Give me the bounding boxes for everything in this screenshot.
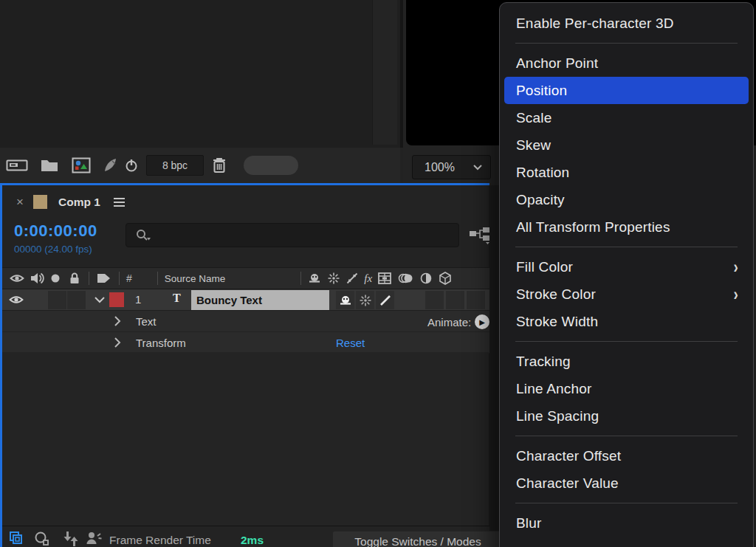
layer-name-field[interactable]: Bouncy Text: [191, 290, 329, 310]
menu-item-tracking[interactable]: Tracking: [500, 348, 753, 375]
column-divider: [89, 272, 89, 285]
column-divider: [300, 272, 301, 285]
column-number[interactable]: #: [126, 272, 132, 284]
trash-icon[interactable]: [211, 153, 227, 178]
after-effects-window: 8 bpc 100% × Comp 1 0:00:00:00: [0, 0, 756, 547]
layer-solo-box[interactable]: [67, 291, 86, 309]
effects-icon[interactable]: fx: [364, 272, 372, 285]
menu-separator: [515, 341, 738, 342]
menu-item-opacity[interactable]: Opacity: [500, 186, 753, 213]
menu-item-stroke-width[interactable]: Stroke Width: [500, 308, 753, 335]
frame-render-time-label: Frame Render Time: [109, 534, 211, 547]
panel-menu-icon[interactable]: [114, 198, 125, 207]
menu-item-skew[interactable]: Skew: [500, 131, 753, 159]
frame-blend-icon[interactable]: [377, 272, 392, 285]
column-divider: [119, 272, 120, 285]
layer-name: Bouncy Text: [196, 294, 262, 306]
layer-label-swatch[interactable]: [109, 292, 124, 307]
animate-context-menu: Enable Per-character 3D Anchor Point Pos…: [499, 2, 754, 547]
layer-quality-switch[interactable]: [376, 291, 394, 309]
menu-separator: [515, 436, 738, 436]
transform-property-row[interactable]: Transform Reset: [2, 332, 489, 354]
timeline-tab-label[interactable]: Comp 1: [58, 196, 100, 209]
layer-collapse-switch[interactable]: [356, 291, 374, 309]
menu-separator: [515, 503, 738, 503]
menu-item-position[interactable]: Position: [504, 77, 749, 104]
text-group-label[interactable]: Text: [136, 315, 157, 328]
menu-item-scale[interactable]: Scale: [500, 104, 753, 131]
menu-item-character-value[interactable]: Character Value: [500, 469, 753, 497]
eye-icon[interactable]: [10, 272, 24, 284]
layer-row[interactable]: 1 T Bouncy Text: [2, 289, 489, 311]
layer-switch-box[interactable]: [446, 291, 464, 309]
text-layer-icon: T: [173, 292, 181, 305]
interpret-footage-icon[interactable]: [6, 153, 28, 178]
menu-item-enable-per-character-3d[interactable]: Enable Per-character 3D: [500, 10, 753, 37]
submenu-chevron-right-icon: ›: [733, 257, 738, 278]
timeline-column-headers: # Source Name fx: [2, 267, 489, 289]
layer-shy-switch[interactable]: [336, 291, 354, 309]
menu-item-fill-color[interactable]: Fill Color›: [500, 253, 753, 281]
power-icon[interactable]: [124, 153, 139, 178]
menu-item-stroke-color[interactable]: Stroke Color›: [500, 281, 753, 308]
project-panel-content[interactable]: [0, 0, 403, 148]
reset-link[interactable]: Reset: [336, 337, 365, 349]
timeline-bottom-bar: Frame Render Time 2ms Toggle Switches / …: [2, 526, 489, 547]
new-folder-icon[interactable]: [40, 153, 59, 178]
current-timecode[interactable]: 0:00:00:00: [14, 221, 97, 241]
timeline-time-row: 0:00:00:00 00000 (24.00 fps): [2, 219, 489, 266]
new-composition-icon[interactable]: [71, 153, 92, 178]
transform-group-label[interactable]: Transform: [136, 337, 186, 349]
audio-icon[interactable]: [30, 272, 44, 285]
animate-button[interactable]: ▶: [475, 314, 489, 329]
menu-item-all-transform-properties[interactable]: All Transform Properties: [500, 213, 753, 241]
adjustment-layer-icon[interactable]: [419, 272, 433, 285]
shy-icon[interactable]: [307, 272, 322, 285]
project-scrollbar[interactable]: [372, 0, 397, 145]
label-icon[interactable]: [96, 272, 112, 285]
magnification-value: 100%: [425, 161, 455, 174]
column-divider: [157, 272, 158, 285]
quality-icon[interactable]: [346, 272, 359, 285]
solo-icon[interactable]: [50, 273, 61, 283]
animate-label: Animate:: [427, 316, 471, 328]
column-source-name[interactable]: Source Name: [165, 273, 226, 284]
toggle-switches-modes-button[interactable]: Toggle Switches / Modes: [332, 531, 504, 547]
twirl-right-icon[interactable]: [113, 337, 122, 348]
menu-item-character-offset[interactable]: Character Offset: [500, 442, 753, 469]
toggle-switches-modes-label: Toggle Switches / Modes: [354, 535, 481, 547]
render-engine-rocket-icon[interactable]: [103, 153, 123, 178]
magnification-dropdown[interactable]: 100%: [412, 155, 491, 179]
menu-item-rotation[interactable]: Rotation: [500, 159, 753, 186]
collapse-transformations-icon[interactable]: [327, 272, 340, 285]
close-icon[interactable]: ×: [13, 195, 27, 210]
cube-3d-icon[interactable]: [438, 271, 453, 286]
lock-icon[interactable]: [68, 272, 81, 285]
timeline-search-input[interactable]: [126, 223, 459, 247]
layer-twirl-chevron-down-icon[interactable]: [94, 295, 106, 304]
transfer-controls-pane-icon[interactable]: [33, 530, 51, 547]
layer-switch-box[interactable]: [467, 291, 485, 309]
frame-render-time-value: 2ms: [241, 534, 264, 547]
menu-item-blur[interactable]: Blur: [500, 509, 753, 537]
twirl-right-icon[interactable]: [113, 315, 122, 327]
layer-switch-box[interactable]: [425, 291, 444, 309]
composition-mini-flowchart-icon[interactable]: [468, 226, 493, 248]
timeline-empty-area[interactable]: [2, 352, 489, 526]
menu-separator: [515, 43, 738, 44]
timeline-tab-row: × Comp 1: [2, 185, 489, 219]
layer-visibility-eye-icon[interactable]: [9, 294, 24, 306]
project-panel: 8 bpc: [0, 0, 403, 183]
frame-rate-info: 00000 (24.00 fps): [14, 244, 92, 255]
menu-item-line-anchor[interactable]: Line Anchor: [500, 375, 753, 402]
menu-item-line-spacing[interactable]: Line Spacing: [500, 402, 753, 430]
menu-item-anchor-point[interactable]: Anchor Point: [500, 49, 753, 77]
text-property-row[interactable]: Text Animate: ▶: [2, 311, 489, 332]
bit-depth-button[interactable]: 8 bpc: [146, 155, 204, 176]
project-toolbar-pill: [244, 156, 298, 175]
layer-switches-pane-icon[interactable]: [8, 530, 26, 547]
inout-duration-pane-icon[interactable]: [61, 530, 79, 547]
motion-blur-icon[interactable]: [397, 272, 415, 285]
render-time-pane-icon[interactable]: [85, 530, 104, 547]
layer-audio-box[interactable]: [48, 291, 66, 309]
